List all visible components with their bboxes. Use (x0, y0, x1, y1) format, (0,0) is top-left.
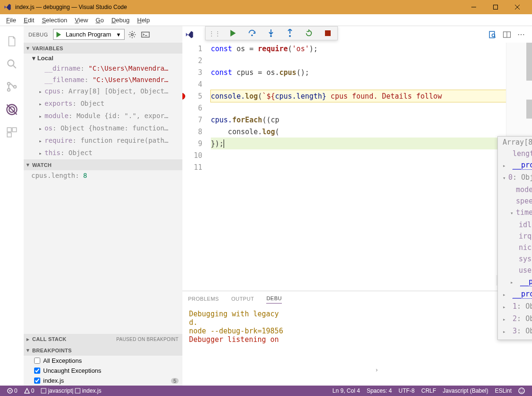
status-language-mode[interactable]: Javascript (Babel) (440, 387, 492, 394)
menu-debug[interactable]: Debug (108, 16, 133, 25)
vscode-icon (4, 3, 11, 11)
code-content[interactable]: const os = require('os'); const cpus = o… (211, 43, 506, 291)
window-title: index.js — debugging — Visual Studio Cod… (15, 4, 463, 10)
close-button[interactable] (506, 0, 528, 14)
svg-point-3 (8, 89, 10, 91)
menu-selection[interactable]: Selection (38, 16, 71, 25)
svg-point-21 (523, 34, 524, 35)
menu-help[interactable]: Help (133, 16, 153, 25)
variable-row[interactable]: ▸os: Object {hostname: function… (24, 122, 182, 135)
extensions-icon[interactable] (0, 121, 24, 144)
svg-rect-8 (12, 128, 17, 132)
explorer-icon[interactable] (0, 30, 24, 53)
callstack-section-header[interactable]: ▸CALL STACK PAUSED ON BREAKPOINT (24, 334, 182, 345)
debug-console-output[interactable]: Debugging with legacy d. node --debug-br… (182, 308, 532, 386)
variable-row[interactable]: __filename: "C:\Users\Manvendr… (24, 74, 182, 85)
minimize-button[interactable] (463, 0, 485, 14)
svg-rect-11 (142, 32, 149, 37)
search-icon[interactable] (0, 53, 24, 75)
continue-button[interactable] (224, 26, 243, 40)
svg-rect-15 (325, 30, 331, 36)
variable-row[interactable]: ▸this: Object (24, 147, 182, 159)
svg-rect-23 (41, 388, 46, 393)
tab-debug-console[interactable]: DEBU (266, 295, 282, 304)
breakpoint-row[interactable]: All Exceptions (24, 356, 182, 366)
status-language[interactable]: javascript | index.js (37, 387, 105, 394)
variable-row[interactable]: ▸require: function require(path… (24, 135, 182, 147)
status-errors[interactable]: 0 (4, 387, 21, 394)
status-eslint[interactable]: ESLint (492, 387, 515, 394)
svg-rect-7 (7, 128, 11, 132)
watch-row[interactable]: cpus.length: 8 (24, 170, 182, 181)
status-indentation[interactable]: Spaces: 4 (363, 387, 395, 394)
breakpoint-checkbox[interactable] (34, 378, 40, 384)
more-actions-icon[interactable] (514, 30, 528, 39)
tab-problems[interactable]: PROBLEMS (188, 296, 219, 304)
minimap-viewport[interactable] (526, 100, 532, 119)
breakpoint-checkbox[interactable] (34, 358, 40, 364)
start-debug-icon[interactable] (54, 32, 64, 37)
activity-bar (0, 26, 24, 386)
find-in-file-icon[interactable] (486, 30, 500, 39)
tab-output[interactable]: OUTPUT (231, 296, 254, 304)
menu-file[interactable]: File (2, 16, 20, 25)
watch-section-header[interactable]: ▾WATCH (24, 159, 182, 170)
split-editor-icon[interactable] (500, 30, 514, 39)
variable-row[interactable]: ▸exports: Object (24, 98, 182, 110)
dropdown-caret-icon[interactable]: ▼ (113, 32, 124, 37)
menu-view[interactable]: View (71, 16, 92, 25)
maximize-button[interactable] (485, 0, 506, 14)
bottom-panel: PROBLEMS OUTPUT DEBU × Debugging with le… (182, 291, 532, 386)
minimap-highlight (526, 43, 532, 81)
status-feedback-icon[interactable] (515, 387, 528, 394)
svg-point-26 (520, 389, 521, 390)
status-eol[interactable]: CRLF (418, 387, 439, 394)
status-warnings[interactable]: 0 (21, 387, 38, 394)
line-gutter[interactable]: 1 2 3 4 5 6 7 8 9 10 11 (182, 43, 211, 291)
svg-point-27 (522, 389, 523, 390)
launch-config-text: Launch Program (64, 31, 113, 38)
debug-hover-tooltip[interactable]: Array[8] [Object, Object, Object …] leng… (497, 136, 532, 340)
step-out-button[interactable] (280, 26, 299, 40)
svg-point-10 (131, 33, 133, 36)
breakpoints-section-header[interactable]: ▾BREAKPOINTS (24, 345, 182, 356)
variable-row[interactable]: __dirname: "C:\Users\Manvendra… (24, 63, 182, 74)
status-cursor-position[interactable]: Ln 9, Col 4 (329, 387, 363, 394)
editor-group-icon[interactable] (182, 30, 197, 39)
debug-icon[interactable] (0, 98, 24, 121)
launch-config-selector[interactable]: Launch Program ▼ (53, 29, 125, 40)
editor-body[interactable]: 1 2 3 4 5 6 7 8 9 10 11 const os = requi… (182, 43, 532, 291)
svg-rect-24 (75, 388, 80, 393)
status-encoding[interactable]: UTF-8 (395, 387, 418, 394)
variable-row[interactable]: ▸cpus: Array[8] [Object, Object… (24, 85, 182, 98)
svg-point-1 (8, 60, 14, 66)
stop-button[interactable] (318, 26, 337, 40)
panel-toggle-icon[interactable]: › (376, 366, 378, 373)
scm-icon[interactable] (0, 75, 24, 98)
menu-edit[interactable]: Edit (20, 16, 38, 25)
breakpoint-row[interactable]: index.js5 (24, 376, 182, 386)
settings-icon[interactable] (126, 30, 138, 39)
restart-button[interactable] (299, 26, 318, 40)
breakpoint-checkbox[interactable] (34, 368, 40, 374)
step-over-button[interactable] (243, 26, 261, 40)
variables-pane: ▾ Local __dirname: "C:\Users\Manvendra… … (24, 54, 182, 159)
menu-go[interactable]: Go (92, 16, 108, 25)
svg-point-2 (8, 83, 10, 85)
debug-toolbar[interactable]: ⋮⋮ (205, 26, 338, 40)
breakpoint-dot[interactable] (182, 93, 185, 100)
variable-scope[interactable]: ▾ Local (24, 54, 182, 63)
step-into-button[interactable] (261, 26, 280, 40)
svg-point-20 (521, 34, 522, 35)
variable-row[interactable]: ▸module: Module {id: ".", expor… (24, 110, 182, 122)
watch-pane: cpus.length: 8 (24, 170, 182, 181)
debug-console-toggle-icon[interactable] (140, 31, 151, 38)
editor-toolbar: ⋮⋮ (182, 26, 532, 43)
drag-handle-icon[interactable]: ⋮⋮ (206, 30, 224, 37)
variables-section-header[interactable]: ▾VARIABLES (24, 43, 182, 54)
svg-point-13 (270, 35, 272, 37)
text-cursor (224, 139, 224, 148)
titlebar[interactable]: index.js — debugging — Visual Studio Cod… (0, 0, 532, 14)
svg-rect-9 (7, 133, 11, 137)
breakpoint-row[interactable]: Uncaught Exceptions (24, 366, 182, 376)
